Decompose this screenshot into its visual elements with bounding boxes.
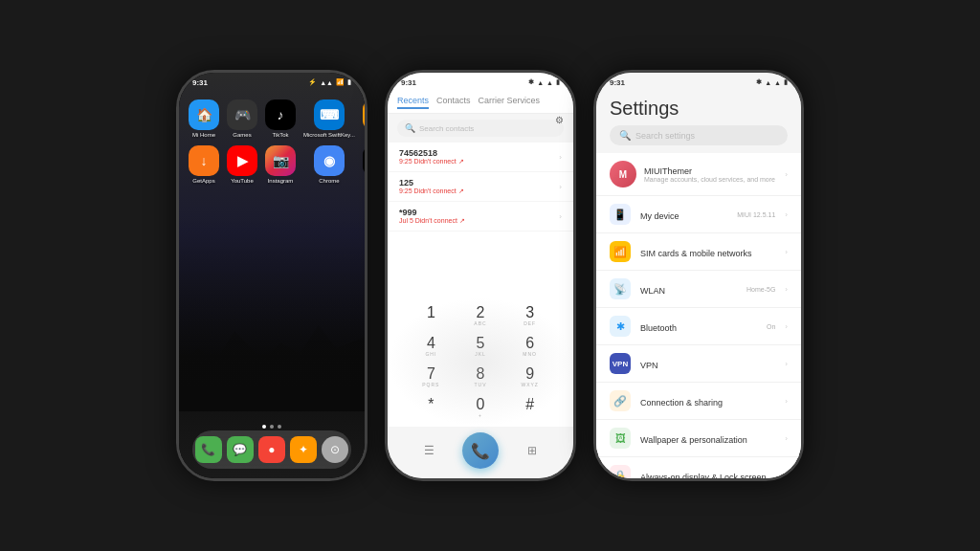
dial-key-5[interactable]: 5 JKL	[457, 332, 505, 362]
dial-key-7[interactable]: 7 PQRS	[407, 363, 456, 392]
bt-icon-dialer: ✱	[528, 78, 534, 86]
call-item-3[interactable]: *999 Jul 5 Didn't connect ↗ ›	[388, 202, 573, 231]
status-bar-settings: 9:31 ✱ ▲ ▲ ▮	[596, 73, 801, 90]
app-swiftkey[interactable]: ⌨ Microsoft SwiftKey...	[303, 99, 355, 138]
chevron-icon-wallpaper: ›	[785, 434, 788, 443]
dock-app3[interactable]: ●	[258, 436, 285, 463]
call-button[interactable]: 📞	[462, 432, 499, 469]
status-bar-home: 9:31 ⚡ ▲▲ 📶 ▮	[179, 73, 365, 90]
bluetooth-icon-settings: ✱	[610, 316, 631, 337]
mydevice-icon: 📱	[610, 204, 631, 225]
dialpad: 1 2 ABC 3 DEF 4 GHI 5 JKL 6 MNO	[388, 298, 573, 427]
chevron-icon-1: ›	[559, 153, 562, 162]
dialer-tabs: Recents Contacts Carrier Services	[388, 90, 573, 114]
settings-item-vpn[interactable]: VPN VPN ›	[596, 345, 801, 383]
chevron-icon-2: ›	[559, 183, 562, 191]
settings-item-aod[interactable]: 🔒 Always-on display & Lock screen ›	[596, 457, 801, 478]
signal-icon-dialer: ▲	[537, 79, 544, 86]
account-info: MIUIThemer Manage accounts, cloud servic…	[644, 166, 777, 183]
dial-key-6[interactable]: 6 MNO	[505, 332, 554, 362]
app-instagram[interactable]: 📷 Instagram	[265, 145, 296, 184]
search-placeholder-dialer: Search contacts	[419, 124, 474, 133]
app-chrome[interactable]: ◉ Chrome	[303, 145, 355, 184]
dial-key-3[interactable]: 3 DEF	[505, 301, 554, 331]
dial-key-0[interactable]: 0 +	[457, 393, 505, 423]
search-icon-dialer: 🔍	[405, 123, 415, 133]
page-dots	[179, 425, 365, 429]
call-detail-3: Jul 5 Didn't connect ↗	[399, 217, 465, 225]
call-item-2[interactable]: 125 9:25 Didn't connect ↗ ›	[388, 172, 573, 202]
account-sub: Manage accounts, cloud services, and mor…	[644, 176, 777, 183]
status-bar-dialer: 9:31 ✱ ▲ ▲ ▮	[388, 73, 573, 90]
battery-icon-dialer: ▮	[556, 78, 560, 86]
dock-app4[interactable]: ✦	[290, 436, 317, 463]
app-vlc[interactable]: ▶ VLC	[363, 99, 365, 138]
signal-icon-settings: ▲	[765, 79, 771, 86]
phone-settings: 9:31 ✱ ▲ ▲ ▮ Settings 🔍 Search settings …	[593, 70, 804, 481]
chevron-icon-mydevice: ›	[785, 210, 788, 219]
dock-messages[interactable]: 💬	[227, 436, 254, 463]
wifi-icon: 📶	[336, 78, 345, 86]
bt-icon-settings: ✱	[756, 78, 762, 86]
mydevice-content: My device	[640, 206, 727, 223]
dial-key-2[interactable]: 2 ABC	[457, 301, 505, 331]
call-item-1[interactable]: 74562518 9:25 Didn't connect ↗ ›	[388, 143, 573, 172]
settings-item-bluetooth[interactable]: ✱ Bluetooth On ›	[596, 308, 801, 345]
time-dialer: 9:31	[401, 78, 416, 87]
battery-icon: ▮	[347, 78, 351, 86]
settings-item-wallpaper[interactable]: 🖼 Wallpaper & personalization ›	[596, 420, 801, 457]
app-youtube[interactable]: ▶ YouTube	[227, 145, 257, 184]
search-placeholder-settings: Search settings	[635, 131, 695, 141]
recent-calls-list: 74562518 9:25 Didn't connect ↗ › 125 9:2…	[388, 143, 573, 298]
app-x[interactable]: ✕ X	[363, 145, 365, 184]
tab-carrier-services[interactable]: Carrier Services	[479, 94, 541, 109]
app-grid-row1: 🏠 Mi Home 🎮 Games ♪ TikTok ⌨ Microsoft S…	[179, 90, 365, 189]
dial-key-9[interactable]: 9 WXYZ	[505, 363, 554, 392]
chevron-icon-bluetooth: ›	[785, 322, 788, 331]
settings-item-sim[interactable]: 📶 SIM cards & mobile networks ›	[596, 233, 801, 271]
aod-icon: 🔒	[610, 465, 631, 478]
account-avatar: M	[610, 161, 636, 187]
dial-key-1[interactable]: 1	[407, 301, 456, 331]
app-getapps[interactable]: ↓ GetApps	[189, 145, 219, 184]
dial-key-4[interactable]: 4 GHI	[407, 332, 456, 362]
settings-item-connection[interactable]: 🔗 Connection & sharing ›	[596, 383, 801, 420]
call-number-3: *999	[399, 208, 465, 217]
dial-key-8[interactable]: 8 TUV	[457, 363, 505, 392]
search-contacts[interactable]: 🔍 Search contacts	[397, 120, 564, 137]
search-icon-settings: 🔍	[619, 130, 631, 141]
phone-dialer: 9:31 ✱ ▲ ▲ ▮ ⚙ Recents Contacts Carrier …	[385, 70, 576, 481]
phone-home: 9:31 ⚡ ▲▲ 📶 ▮ 🏠 Mi Home 🎮 Games	[176, 70, 368, 481]
tab-recents[interactable]: Recents	[397, 94, 429, 109]
wallpaper-content: Wallpaper & personalization	[640, 430, 775, 447]
call-detail-2: 9:25 Didn't connect ↗	[399, 187, 464, 195]
dock-phone[interactable]: 📞	[195, 436, 222, 463]
settings-item-wlan[interactable]: 📡 WLAN Home-5G ›	[596, 271, 801, 308]
settings-item-account[interactable]: M MIUIThemer Manage accounts, cloud serv…	[596, 153, 801, 196]
sim-content: SIM cards & mobile networks	[640, 243, 775, 260]
call-number-2: 125	[399, 178, 464, 187]
app-mihome[interactable]: 🏠 Mi Home	[189, 99, 219, 138]
dock-app5[interactable]: ⊙	[322, 436, 348, 463]
bluetooth-icon: ⚡	[308, 78, 317, 86]
app-games[interactable]: 🎮 Games	[227, 99, 257, 138]
chevron-icon-vpn: ›	[785, 360, 788, 368]
call-number-1: 74562518	[399, 148, 464, 158]
gear-icon[interactable]: ⚙	[555, 115, 564, 125]
tab-contacts[interactable]: Contacts	[436, 94, 471, 109]
account-name: MIUIThemer	[644, 166, 777, 176]
app-tiktok[interactable]: ♪ TikTok	[265, 99, 296, 138]
settings-search-bar[interactable]: 🔍 Search settings	[610, 125, 788, 145]
settings-list: M MIUIThemer Manage accounts, cloud serv…	[596, 153, 801, 478]
chevron-icon-aod: ›	[785, 472, 788, 479]
wifi-icon-settings: ▲	[774, 79, 781, 86]
dial-key-star[interactable]: *	[407, 393, 456, 423]
settings-item-mydevice[interactable]: 📱 My device MIUI 12.5.11 ›	[596, 196, 801, 233]
keypad-icon[interactable]: ⊞	[521, 439, 544, 462]
time-home: 9:31	[192, 78, 208, 87]
signal-icon: ▲▲	[320, 79, 333, 86]
menu-icon[interactable]: ☰	[417, 439, 440, 462]
chevron-icon-wlan: ›	[785, 285, 788, 294]
wallpaper-icon: 🖼	[610, 428, 631, 449]
dial-key-hash[interactable]: #	[505, 393, 554, 423]
